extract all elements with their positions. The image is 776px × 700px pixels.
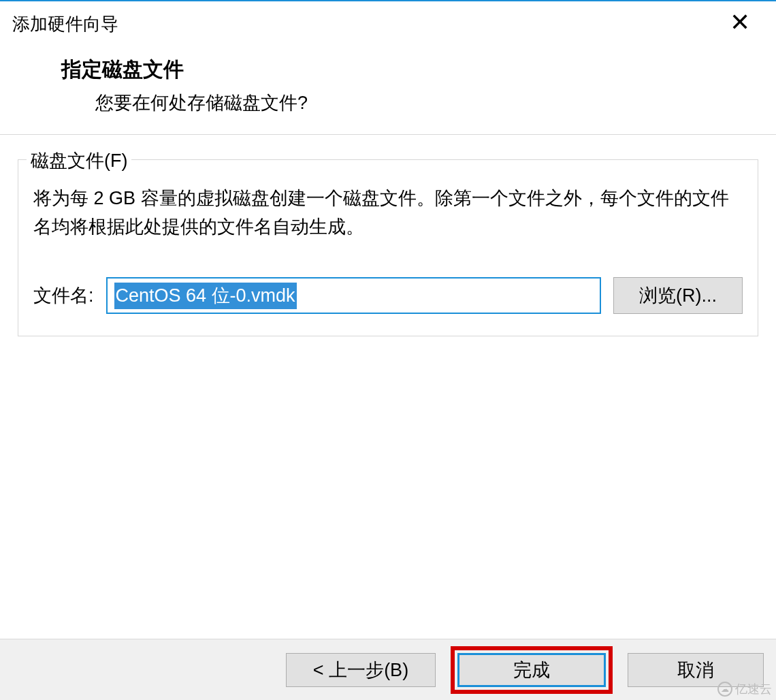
content-area: 磁盘文件(F) 将为每 2 GB 容量的虚拟磁盘创建一个磁盘文件。除第一个文件之… [0,135,776,336]
cancel-button[interactable]: 取消 [628,653,764,687]
close-icon[interactable]: ✕ [730,12,750,33]
page-title: 指定磁盘文件 [61,56,735,84]
file-name-input[interactable] [106,277,601,314]
back-button[interactable]: < 上一步(B) [286,653,436,687]
file-name-label: 文件名: [33,283,94,308]
file-input-wrap: CentOS 64 位-0.vmdk [106,277,601,314]
header-pane: 指定磁盘文件 您要在何处存储磁盘文件? [0,46,776,134]
group-legend: 磁盘文件(F) [27,148,131,173]
footer: < 上一步(B) 完成 取消 [0,639,776,700]
browse-button[interactable]: 浏览(R)... [613,277,743,314]
file-row: 文件名: CentOS 64 位-0.vmdk 浏览(R)... [33,277,743,314]
window-title: 添加硬件向导 [12,12,118,36]
finish-button[interactable]: 完成 [457,653,606,687]
disk-file-group: 磁盘文件(F) 将为每 2 GB 容量的虚拟磁盘创建一个磁盘文件。除第一个文件之… [18,159,758,336]
titlebar: 添加硬件向导 ✕ [0,1,776,46]
group-description: 将为每 2 GB 容量的虚拟磁盘创建一个磁盘文件。除第一个文件之外，每个文件的文… [33,185,743,242]
finish-highlight: 完成 [451,646,613,694]
wizard-window: 添加硬件向导 ✕ 指定磁盘文件 您要在何处存储磁盘文件? 磁盘文件(F) 将为每… [0,0,776,700]
page-subtitle: 您要在何处存储磁盘文件? [95,91,735,115]
